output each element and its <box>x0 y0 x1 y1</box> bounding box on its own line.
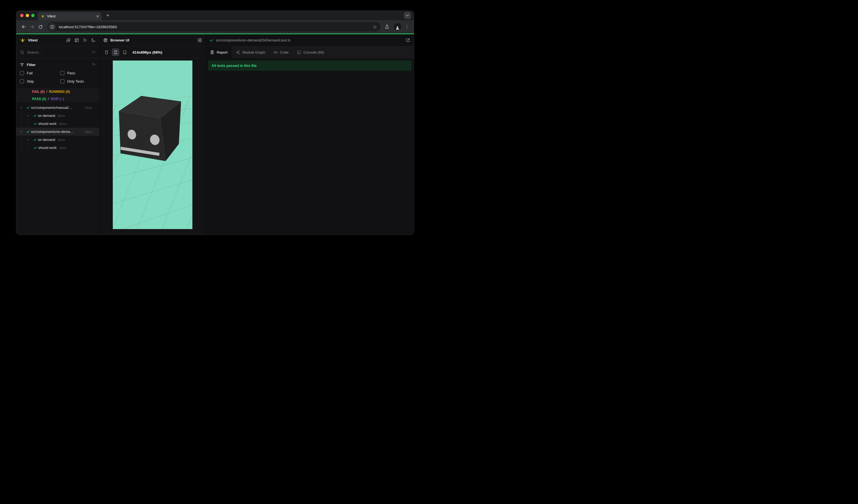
summary-row-pass-skip: PASS (2) / SKIP (--) <box>16 95 99 102</box>
viewport-toolbar: 414x896px (68%) <box>99 46 206 58</box>
tab-title: Vitest <box>47 14 94 18</box>
filter-section: Filter Fail Pass <box>16 58 99 86</box>
checkbox-pass[interactable] <box>60 71 64 75</box>
chevron-down-icon[interactable] <box>20 130 23 133</box>
browser-ui-panel: Browser UI 414x896px (68%) <box>99 34 206 234</box>
report-header: src/components/on-demand/OnDemand.test.t… <box>206 34 414 46</box>
test-file-name: src/components/on-dema… <box>31 130 82 134</box>
address-bar[interactable]: localhost:5173/#/?file=1828625563 ☆ <box>47 22 381 32</box>
funnel-icon <box>20 63 24 67</box>
pass-check-icon <box>33 146 37 149</box>
experiments-flask-icon[interactable] <box>383 23 391 30</box>
test-file-row[interactable]: src/components/manual/… 56ms <box>16 103 99 112</box>
test-duration: 43ms <box>59 146 67 149</box>
screen-background: Vitest ✕ + localhost:5173/#/?file=182862… <box>0 0 429 252</box>
test-suite-name: on demand <box>38 114 55 118</box>
filter-option-only-tests[interactable]: Only Tests <box>60 77 96 85</box>
pass-check-icon <box>209 38 213 42</box>
collapse-panels-icon[interactable] <box>66 38 71 43</box>
pass-check-icon <box>26 130 30 133</box>
test-file-row-selected[interactable]: src/components/on-dema… 43ms <box>16 128 99 136</box>
checkbox-skip[interactable] <box>20 79 24 83</box>
report-content: All tests passed in this file <box>206 58 414 234</box>
search-input[interactable] <box>27 50 89 54</box>
pass-check-icon <box>26 106 30 110</box>
pass-check-icon <box>33 122 37 126</box>
preset-large-phone-button[interactable] <box>112 48 120 56</box>
tree-guide-line <box>28 120 28 128</box>
test-file-path: src/components/on-demand/OnDemand.test.t… <box>216 38 290 42</box>
theme-toggle-button[interactable] <box>91 38 96 43</box>
test-summary: FAIL (0) / RUNNING (0) PASS (2) / SKIP (… <box>16 88 99 102</box>
chevron-down-icon[interactable] <box>27 138 30 141</box>
report-panel: src/components/on-demand/OnDemand.test.t… <box>206 34 414 234</box>
profile-avatar[interactable] <box>394 23 401 30</box>
clear-filter-icon[interactable] <box>92 63 96 67</box>
filter-option-skip[interactable]: Skip <box>20 77 60 85</box>
test-case-row[interactable]: should work 55ms <box>16 120 99 128</box>
test-case-name: should work <box>38 122 57 126</box>
url-text[interactable]: localhost:5173/#/?file=1828625563 <box>59 25 371 29</box>
chevron-down-icon[interactable] <box>27 114 30 117</box>
search-bar <box>16 46 99 58</box>
tree-guide-line <box>28 144 28 152</box>
tab-close-icon[interactable]: ✕ <box>96 14 99 18</box>
tree-guide-line <box>21 120 21 128</box>
preset-small-phone-button[interactable] <box>102 48 110 56</box>
window-controls <box>16 14 38 17</box>
vitest-ui: Vitest Filter <box>16 34 414 234</box>
viewport-size-label: 414x896px (68%) <box>132 50 162 54</box>
dashboard-icon[interactable] <box>74 38 79 43</box>
back-button[interactable] <box>20 23 28 31</box>
test-case-row[interactable]: should work 43ms <box>16 144 99 152</box>
device-viewport[interactable] <box>113 61 192 229</box>
tab-search-button[interactable] <box>404 12 411 19</box>
tab-code[interactable]: </> Code <box>269 46 292 58</box>
app-title: Vitest <box>28 38 37 42</box>
fullscreen-window-button[interactable] <box>31 14 34 17</box>
reload-button[interactable] <box>36 23 45 31</box>
browser-window: Vitest ✕ + localhost:5173/#/?file=182862… <box>16 11 414 234</box>
test-suite-row[interactable]: on demand 43ms <box>16 136 99 144</box>
preset-tablet-button[interactable] <box>121 48 129 56</box>
code-icon: </> <box>273 51 277 54</box>
close-window-button[interactable] <box>20 14 23 17</box>
browser-tab-vitest[interactable]: Vitest ✕ <box>38 12 101 20</box>
tree-guide-line <box>21 112 21 120</box>
minimize-window-button[interactable] <box>26 14 29 17</box>
tab-module-graph[interactable]: Module Graph <box>232 46 269 58</box>
test-suite-row[interactable]: on demand 56ms <box>16 112 99 120</box>
globe-icon <box>103 38 108 43</box>
tab-report[interactable]: Report <box>206 46 232 58</box>
toolbar-actions: ⋮ <box>383 23 411 30</box>
browser-toolbar: localhost:5173/#/?file=1828625563 ☆ ⋮ <box>16 20 414 33</box>
bookmark-star-icon[interactable]: ☆ <box>371 23 378 30</box>
console-icon <box>297 50 301 54</box>
clear-filter-icon[interactable] <box>92 50 96 54</box>
test-case-name: should work <box>38 146 57 150</box>
expand-panel-icon[interactable] <box>197 38 202 43</box>
filter-option-fail[interactable]: Fail <box>20 69 60 77</box>
checkbox-only-tests[interactable] <box>60 79 64 83</box>
vitest-logo-icon <box>20 37 26 43</box>
filter-option-pass[interactable]: Pass <box>60 69 96 77</box>
browser-ui-header: Browser UI <box>99 34 206 46</box>
new-tab-button[interactable]: + <box>104 12 111 19</box>
tab-console[interactable]: Console (69) <box>293 46 328 58</box>
forward-button[interactable] <box>28 23 36 31</box>
filter-title: Filter <box>27 63 36 67</box>
report-tabs: Report Module Graph </> Code Console (69… <box>206 46 414 58</box>
all-tests-passed-banner: All tests passed in this file <box>208 61 412 71</box>
chevron-down-icon[interactable] <box>20 106 23 109</box>
search-icon <box>20 50 24 54</box>
run-all-button[interactable] <box>83 38 88 43</box>
robot-cube <box>119 96 181 161</box>
browser-ui-title: Browser UI <box>110 38 129 42</box>
sidebar: Vitest Filter <box>16 34 99 234</box>
pass-check-icon <box>33 114 37 117</box>
checkbox-fail[interactable] <box>20 71 24 75</box>
site-info-icon[interactable] <box>48 23 56 31</box>
test-tree: src/components/manual/… 56ms on demand 5… <box>16 103 99 152</box>
open-external-icon[interactable] <box>406 38 410 43</box>
browser-menu-icon[interactable]: ⋮ <box>404 24 409 29</box>
